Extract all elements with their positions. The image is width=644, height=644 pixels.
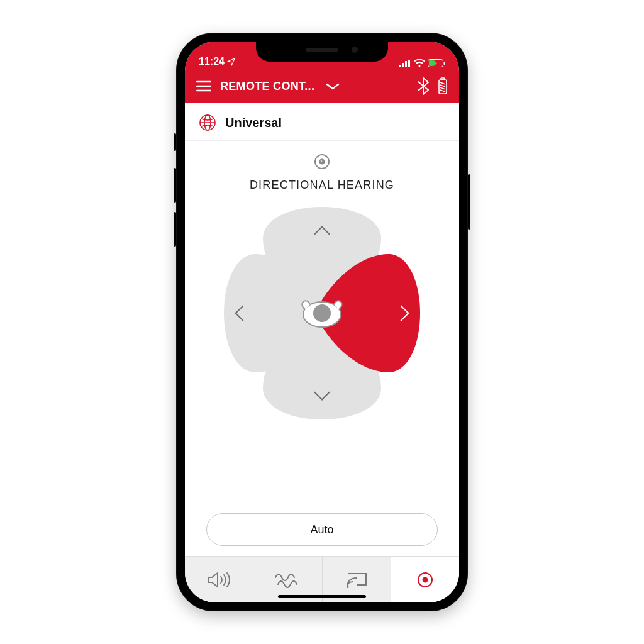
svg-point-24: [347, 586, 348, 587]
cast-icon: [345, 570, 369, 589]
directional-pad: [218, 209, 426, 417]
target-tab-icon: [417, 572, 433, 588]
main-area: DIRECTIONAL HEARING: [185, 141, 459, 556]
screen: 11:24 REMOTE CONT... Universal: [185, 42, 459, 602]
program-name: Universal: [225, 116, 282, 130]
volume-icon: [206, 570, 231, 589]
section-title: DIRECTIONAL HEARING: [250, 179, 394, 192]
volume-up-button: [174, 168, 176, 203]
head-icon: [297, 296, 347, 331]
signal-icon: [399, 60, 411, 67]
svg-rect-11: [441, 78, 445, 80]
program-row[interactable]: Universal: [185, 103, 459, 141]
auto-button[interactable]: Auto: [206, 513, 438, 546]
svg-rect-3: [408, 60, 410, 67]
svg-line-13: [440, 85, 445, 87]
mute-switch: [174, 133, 176, 151]
bluetooth-icon[interactable]: [418, 77, 429, 95]
svg-rect-6: [429, 60, 434, 66]
status-time: 11:24: [199, 56, 225, 67]
globe-icon: [199, 114, 216, 131]
menu-icon[interactable]: [196, 80, 211, 92]
wave-icon: [274, 572, 301, 588]
svg-line-12: [440, 82, 445, 84]
app-header: REMOTE CONT...: [185, 70, 459, 103]
home-indicator[interactable]: [278, 595, 366, 598]
wifi-icon: [414, 59, 425, 67]
svg-point-26: [422, 577, 428, 582]
chevron-down-icon[interactable]: [326, 82, 340, 90]
svg-rect-2: [405, 61, 407, 67]
tab-directional[interactable]: [391, 557, 459, 602]
volume-down-button: [174, 212, 176, 247]
tab-volume[interactable]: [185, 557, 253, 602]
svg-rect-1: [402, 63, 404, 67]
svg-line-15: [440, 90, 445, 92]
battery-icon: [428, 59, 445, 67]
phone-frame: 11:24 REMOTE CONT... Universal: [176, 33, 468, 611]
svg-rect-5: [444, 62, 445, 65]
svg-point-21: [321, 160, 323, 162]
battery-level-icon[interactable]: [438, 77, 448, 95]
svg-rect-10: [439, 80, 447, 94]
svg-point-23: [313, 304, 331, 322]
notch: [256, 42, 388, 62]
auto-button-label: Auto: [310, 523, 333, 536]
svg-rect-0: [399, 65, 401, 67]
app-title[interactable]: REMOTE CONT...: [220, 80, 314, 93]
power-button: [468, 174, 470, 230]
location-icon: [227, 57, 236, 66]
svg-point-20: [319, 159, 325, 165]
svg-line-14: [440, 87, 445, 89]
target-icon: [314, 153, 330, 170]
